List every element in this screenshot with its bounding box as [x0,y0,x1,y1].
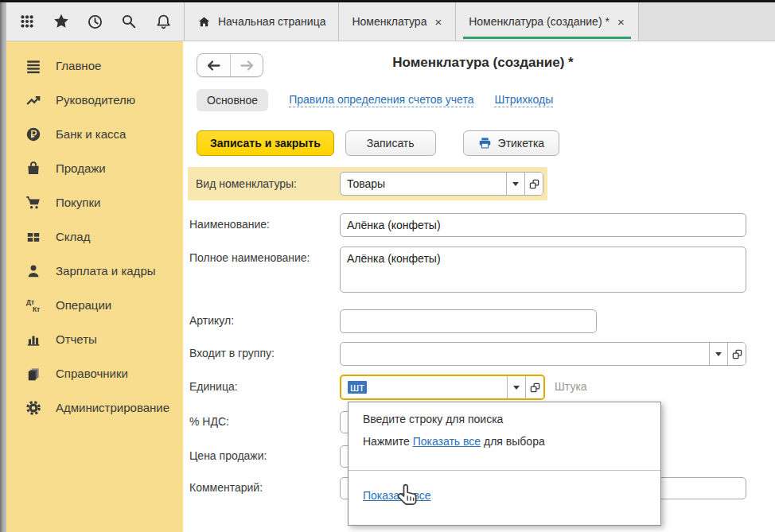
field-label-full-name: Полное наименование: [189,251,310,264]
forward-arrow-icon[interactable] [230,54,263,76]
popup-hint-text: для выбора [481,435,545,448]
label-button[interactable]: Этикетка [463,130,560,156]
save-button[interactable]: Записать [345,130,436,156]
group-value[interactable] [341,343,709,365]
sidebar-item-label: Зарплата и кадры [56,264,156,278]
sidebar-item-bank-cash[interactable]: Банк и касса [6,117,183,151]
printer-icon [478,137,492,150]
form-nomenclature-create: Номенклатура (создание) * Основное Прави… [183,41,775,532]
chevron-down-icon [715,352,722,356]
notifications-bell-icon[interactable] [150,8,177,35]
ruble-coin-icon [25,126,42,142]
label-button-text: Этикетка [498,137,545,150]
field-label-comment: Комментарий: [189,481,263,494]
home-icon [197,15,211,29]
tab-label: Номенклатура (создание) * [469,15,609,28]
close-icon[interactable]: × [434,16,442,28]
bar-chart-icon [25,332,42,348]
books-icon [25,366,42,382]
full-name-textarea[interactable]: Алёнка (конфеты) [340,247,746,293]
tab-bar-filler [639,2,775,41]
popup-divider [349,470,660,471]
tab-label: Номенклатура [352,15,426,28]
dropdown-button[interactable] [709,343,727,365]
history-nav-group [197,53,263,77]
chevron-down-icon [512,182,519,186]
history-icon[interactable] [81,8,108,35]
chevron-down-icon [513,386,520,390]
sidebar-item-label: Руководителю [56,93,135,107]
field-label-price: Цена продажи: [189,449,267,462]
sidebar-item-directories[interactable]: Справочники [6,356,183,390]
nav-link-account-rules[interactable]: Правила определения счетов учета [289,93,473,107]
popup-hint-text: Нажмите [363,435,413,448]
sidebar-item-label: Справочники [56,367,128,380]
quick-toolbar [6,2,185,41]
menu-lines-icon [25,58,42,74]
popup-hint-line2: Нажмите Показать все для выбора [363,435,545,448]
form-header-row: Номенклатура (создание) * [197,52,754,78]
group-combobox[interactable] [340,342,746,366]
shopping-bag-icon [25,161,42,177]
sidebar-item-label: Администрирование [56,401,169,414]
nav-tab-main[interactable]: Основное [197,89,268,111]
popup-hint-line1: Введите строку для поиска [363,413,503,425]
nav-link-barcodes[interactable]: Штрихкоды [494,93,553,107]
field-label-vat: % НДС: [189,415,229,428]
sidebar: Главное Руководителю Банк и касса Продаж… [6,41,183,532]
sidebar-item-label: Главное [56,59,101,72]
gear-icon [25,400,42,416]
sidebar-item-label: Операции [56,298,111,312]
back-arrow-icon[interactable] [197,54,230,76]
close-icon[interactable]: × [617,16,625,28]
sidebar-item-administration[interactable]: Администрирование [6,390,183,425]
show-all-inline-link[interactable]: Показать все [413,435,481,448]
unit-value[interactable]: шт [341,376,507,398]
sidebar-item-main[interactable]: Главное [6,49,183,83]
field-label-group: Входит в группу: [189,347,275,359]
open-item-button[interactable] [727,343,746,365]
sidebar-item-label: Банк и касса [56,127,126,141]
unit-hint-text: Штука [555,380,587,393]
sidebar-item-warehouse[interactable]: Склад [6,219,183,254]
boxes-icon [25,229,42,245]
dt-kt-icon: ДтКт [25,297,42,313]
search-icon[interactable] [115,8,142,35]
field-label-kind: Вид номенклатуры: [196,177,340,190]
kind-value[interactable]: Товары [341,173,506,195]
sidebar-item-label: Продажи [56,161,106,175]
unit-dropdown-popup: Введите строку для поиска Нажмите Показа… [348,402,661,526]
sidebar-item-payroll-hr[interactable]: Зарплата и кадры [6,254,183,288]
sidebar-item-manager[interactable]: Руководителю [6,83,183,117]
save-close-button[interactable]: Записать и закрыть [197,130,334,156]
sidebar-item-sales[interactable]: Продажи [6,151,183,185]
window-left-edge [0,2,6,532]
sidebar-item-label: Склад [56,230,90,243]
page-title: Номенклатура (создание) * [260,55,706,71]
name-input[interactable]: Алёнка (конфеты) [340,213,746,237]
sidebar-item-purchases[interactable]: Покупки [6,185,183,219]
field-label-article: Артикул: [189,314,234,327]
hand-cursor-icon [396,483,420,511]
tab-label: Начальная страница [218,15,325,28]
dropdown-button[interactable] [506,173,524,195]
trend-arrow-icon [25,92,42,108]
sidebar-item-label: Покупки [56,196,100,209]
open-item-button[interactable] [524,173,543,195]
person-icon [25,263,42,279]
field-label-unit: Единица: [189,380,238,393]
tab-nomenclature-list[interactable]: Номенклатура × [339,2,456,41]
tab-home[interactable]: Начальная страница [185,2,339,41]
article-input[interactable] [340,309,597,333]
unit-combobox-focused[interactable]: шт [340,375,545,400]
kind-combobox[interactable]: Товары [340,172,543,196]
sidebar-item-operations[interactable]: ДтКт Операции [6,288,183,322]
open-item-button[interactable] [525,376,543,398]
apps-grid-icon[interactable] [14,8,41,35]
favorites-star-icon[interactable] [48,8,75,35]
dropdown-button[interactable] [507,376,525,398]
sidebar-item-reports[interactable]: Отчеты [6,322,183,356]
tab-nomenclature-create[interactable]: Номенклатура (создание) * × [456,2,638,41]
tab-bar: Начальная страница Номенклатура × Номенк… [185,2,775,41]
sidebar-item-label: Отчеты [56,332,97,346]
